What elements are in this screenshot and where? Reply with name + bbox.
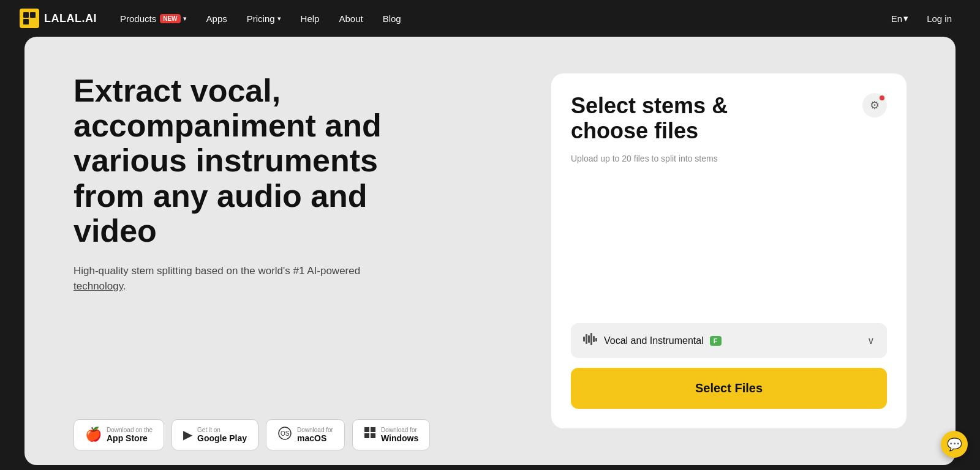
nav-items: Products NEW ▾ Apps Pricing ▾ Help About… [111,9,886,29]
svg-rect-12 [588,335,590,343]
svg-rect-11 [586,334,587,344]
windows-button[interactable]: Download for Windows [352,419,430,450]
windows-label: Download for Windows [381,427,418,443]
svg-rect-9 [371,433,375,438]
card-title: Select stems &choose files [571,93,728,144]
svg-rect-10 [583,337,585,341]
card-title-wrap: Select stems &choose files [571,93,728,144]
nav-apps[interactable]: Apps [198,9,236,29]
stems-left: Vocal and Instrumental F [583,333,722,348]
lang-selector[interactable]: En ▾ [891,13,908,24]
logo[interactable]: LALAL.AI [20,9,97,28]
logo-text: LALAL.AI [44,12,97,25]
select-files-button[interactable]: Select Files [571,368,887,409]
upload-card: Select stems &choose files ⚙ Upload up t… [551,73,907,428]
svg-rect-2 [23,19,29,24]
windows-icon [364,427,376,442]
googleplay-button[interactable]: ▶ Get it on Google Play [172,419,258,450]
download-buttons: 🍎 Download on the App Store ▶ Get it on … [74,419,502,450]
left-side: Extract vocal, accompaniment and various… [74,73,502,470]
gear-icon: ⚙ [870,99,880,112]
appstore-label: Download on the App Store [107,427,153,443]
nav-help[interactable]: Help [292,9,328,29]
svg-text:OS: OS [281,430,290,437]
settings-button[interactable]: ⚙ [862,93,887,118]
main-container: Extract vocal, accompaniment and various… [24,37,956,465]
nav-products[interactable]: Products NEW ▾ [111,9,195,29]
svg-rect-13 [590,333,592,345]
card-header: Select stems &choose files ⚙ [571,93,887,144]
svg-rect-15 [595,338,597,341]
products-badge: NEW [160,14,180,23]
nav-pricing[interactable]: Pricing ▾ [238,9,290,29]
pricing-chevron-icon: ▾ [277,15,281,23]
stems-free-badge: F [710,336,722,346]
svg-rect-0 [23,12,29,18]
svg-rect-6 [364,427,369,432]
chat-bubble[interactable]: 💬 [941,431,968,458]
hero-subtitle: High-quality stem splitting based on the… [74,263,368,294]
stems-chevron-icon: ∨ [867,335,875,346]
products-chevron-icon: ▾ [183,15,187,23]
svg-rect-14 [593,336,595,342]
notification-dot [880,95,884,100]
nav-blog[interactable]: Blog [374,9,410,29]
macos-icon: OS [277,426,292,444]
upload-area[interactable] [571,173,887,313]
login-button[interactable]: Log in [918,9,960,29]
macos-button[interactable]: OS Download for macOS [266,419,345,450]
nav-right: En ▾ Log in [891,9,960,29]
navbar: LALAL.AI Products NEW ▾ Apps Pricing ▾ H… [0,0,980,37]
lang-chevron-icon: ▾ [903,13,908,24]
svg-rect-3 [30,19,36,24]
hero-title: Extract vocal, accompaniment and various… [74,73,429,248]
stems-selector[interactable]: Vocal and Instrumental F ∨ [571,323,887,358]
nav-about[interactable]: About [330,9,371,29]
card-subtitle: Upload up to 20 files to split into stem… [571,154,887,163]
chat-icon: 💬 [947,437,962,452]
svg-rect-8 [364,433,369,438]
technology-link[interactable]: technology [74,280,123,292]
svg-rect-1 [30,12,36,18]
googleplay-label: Get it on Google Play [197,427,247,443]
waveform-icon [583,333,598,348]
macos-label: Download for macOS [297,427,333,443]
logo-icon [20,9,39,28]
play-icon: ▶ [183,427,192,442]
apple-icon: 🍎 [85,427,102,442]
appstore-button[interactable]: 🍎 Download on the App Store [74,419,164,450]
stems-label: Vocal and Instrumental [604,335,704,346]
svg-rect-7 [371,427,375,432]
